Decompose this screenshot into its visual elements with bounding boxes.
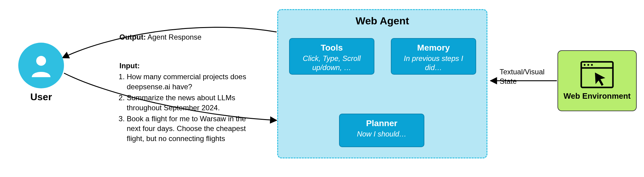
input-item: How many commercial projects does deepse…: [127, 72, 257, 92]
output-label-text: Agent Response: [146, 33, 202, 41]
module-planner: Planner Now I should…: [339, 114, 424, 147]
module-tools: Tools Click, Type, Scroll up/down, …: [289, 38, 374, 75]
output-label-bold: Output:: [119, 33, 146, 41]
module-tools-title: Tools: [293, 43, 371, 53]
user-label: User: [18, 91, 64, 103]
web-env-box: Web Environment: [557, 50, 637, 111]
svg-point-3: [584, 64, 586, 66]
module-tools-desc: Click, Type, Scroll up/down, …: [293, 54, 371, 72]
output-label: Output: Agent Response: [119, 33, 201, 41]
input-list: How many commercial projects does deepse…: [127, 72, 257, 143]
svg-point-0: [36, 56, 46, 66]
web-agent-box: Web Agent Tools Click, Type, Scroll up/d…: [277, 9, 487, 158]
svg-point-4: [587, 64, 589, 66]
user-icon: [27, 51, 55, 80]
web-env-label: Web Environment: [564, 91, 631, 101]
web-agent-title: Web Agent: [356, 15, 409, 27]
svg-point-5: [591, 64, 593, 66]
module-memory-title: Memory: [395, 43, 472, 53]
arrow-output: [62, 27, 277, 58]
input-item: Book a flight for me to Warsaw in the ne…: [127, 114, 257, 143]
input-block: Input: How many commercial projects does…: [119, 61, 257, 145]
module-memory: Memory In previous steps I did…: [391, 38, 476, 75]
input-item: Summarize the news about LLMs throughout…: [127, 93, 257, 113]
module-planner-title: Planner: [343, 119, 421, 128]
state-label: Textual/Visual State: [500, 67, 557, 86]
module-memory-desc: In previous steps I did…: [395, 54, 472, 72]
user-avatar: [18, 43, 64, 88]
browser-window-icon: [580, 61, 614, 88]
input-label-bold: Input:: [119, 61, 257, 71]
module-planner-desc: Now I should…: [343, 129, 421, 139]
